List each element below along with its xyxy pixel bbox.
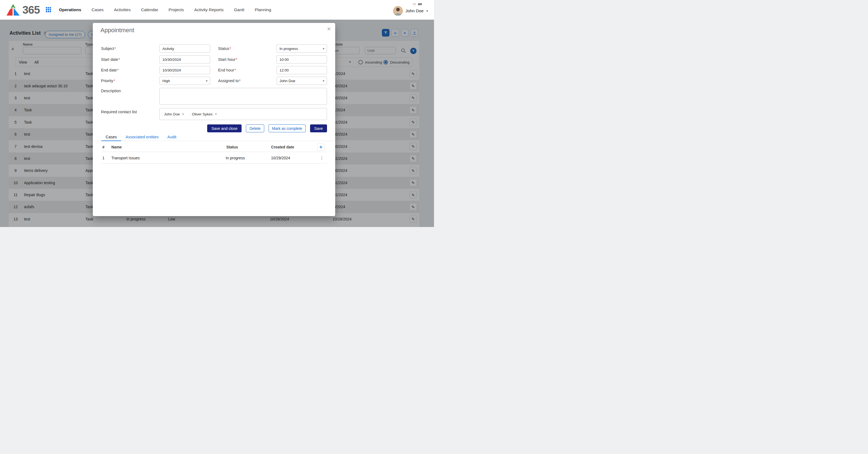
contact-name: Oliver Sykes xyxy=(192,112,213,116)
priority-value: High xyxy=(162,79,170,83)
modal-tab[interactable]: Cases xyxy=(101,133,121,141)
modal-tabs: CasesAssociated entitiesAudit xyxy=(101,133,181,141)
required-asterisk: * xyxy=(235,68,236,72)
priority-label-text: Priority xyxy=(101,78,113,83)
subject-label-text: Subject xyxy=(101,46,114,51)
cases-col-status: Status xyxy=(226,145,238,149)
cases-col-name: Name xyxy=(112,145,122,149)
close-icon[interactable]: × xyxy=(327,25,331,33)
start-hour-value: 10:00 xyxy=(280,58,289,62)
case-name: Transport Issues xyxy=(112,156,140,160)
subject-value: Activity xyxy=(162,47,174,51)
modal-tab[interactable]: Audit xyxy=(163,133,181,141)
description-textarea[interactable] xyxy=(159,88,327,105)
case-number: 1 xyxy=(102,156,104,160)
case-status: In progress xyxy=(226,156,245,160)
contacts-input[interactable]: John Doe × Oliver Sykes × xyxy=(159,108,327,120)
nav-item[interactable]: Gantt xyxy=(234,7,244,12)
plus-icon: + xyxy=(319,144,322,150)
start-hour-label: Start hour* xyxy=(218,57,237,62)
lang-ro[interactable]: ro xyxy=(413,2,416,6)
status-select[interactable]: In progress▾ xyxy=(277,44,327,53)
start-date-label: Start date* xyxy=(101,57,120,62)
start-date-input[interactable]: 10/30/2024 xyxy=(159,55,210,64)
cases-col-created: Created date xyxy=(271,145,294,149)
remove-contact-icon[interactable]: × xyxy=(182,112,184,116)
cases-table-header: # Name Status Created date xyxy=(101,143,327,152)
status-value: In progress xyxy=(280,47,298,51)
required-asterisk: * xyxy=(239,78,241,83)
start-date-label-text: Start date xyxy=(101,57,118,62)
case-row[interactable]: 1 Transport Issues In progress 10/29/202… xyxy=(101,152,327,164)
status-label: Status* xyxy=(218,46,231,51)
modal-title: Appointment xyxy=(100,27,134,34)
description-label: Description xyxy=(101,89,121,93)
assigned-to-label: Assigned to* xyxy=(218,78,241,83)
top-bar: 365 OperationsCasesActivitiesCalendarPro… xyxy=(0,0,434,20)
priority-label: Priority* xyxy=(101,78,115,83)
status-label-text: Status xyxy=(218,46,229,51)
case-created-date: 10/29/2024 xyxy=(271,156,290,160)
avatar xyxy=(393,6,403,16)
contact-name: John Doe xyxy=(164,112,180,116)
mark-as-complete-button[interactable]: Mark as complete xyxy=(269,124,306,132)
contact-chip[interactable]: Oliver Sykes × xyxy=(192,112,217,116)
required-asterisk: * xyxy=(117,68,119,72)
modal-actions: Save and close Delete Mark as complete S… xyxy=(207,124,327,132)
chevron-down-icon: ▾ xyxy=(322,47,324,51)
required-asterisk: * xyxy=(229,46,231,51)
delete-button[interactable]: Delete xyxy=(246,124,264,132)
nav-item[interactable]: Calendar xyxy=(141,7,158,12)
end-date-value: 10/30/2024 xyxy=(162,68,181,72)
lang-en[interactable]: en xyxy=(418,2,422,6)
required-asterisk: * xyxy=(114,46,116,51)
end-date-label: End date* xyxy=(101,68,119,72)
nav-item[interactable]: Planning xyxy=(255,7,271,12)
nav-item[interactable]: Operations xyxy=(59,7,81,12)
cases-col-hash: # xyxy=(102,145,104,149)
nav-item[interactable]: Projects xyxy=(169,7,184,12)
required-asterisk: * xyxy=(236,57,238,62)
contact-chip[interactable]: John Doe × xyxy=(164,112,184,116)
assigned-to-value: John Doe xyxy=(280,79,295,83)
start-hour-input[interactable]: 10:00 xyxy=(277,55,327,64)
row-menu-icon[interactable]: ⋮ xyxy=(320,156,324,160)
subject-label: Subject* xyxy=(101,46,116,51)
remove-contact-icon[interactable]: × xyxy=(215,112,217,116)
nav-item[interactable]: Activity Reports xyxy=(194,7,224,12)
chevron-down-icon: ▾ xyxy=(322,79,324,83)
appointment-modal: Appointment × Subject* Activity Status* … xyxy=(93,23,335,216)
contacts-label: Required contact list xyxy=(101,110,137,114)
end-date-label-text: End date xyxy=(101,68,117,72)
start-hour-label-text: Start hour xyxy=(218,57,236,62)
start-date-value: 10/30/2024 xyxy=(162,58,181,62)
save-and-close-button[interactable]: Save and close xyxy=(207,124,242,132)
add-case-button[interactable]: + xyxy=(317,143,324,151)
assigned-to-select[interactable]: John Doe▾ xyxy=(277,77,327,85)
priority-select[interactable]: High▾ xyxy=(159,77,210,85)
apps-grid-icon[interactable] xyxy=(46,7,51,12)
end-date-input[interactable]: 10/30/2024 xyxy=(159,66,210,74)
end-hour-label-text: End hour xyxy=(218,68,234,72)
end-hour-label: End hour* xyxy=(218,68,236,72)
end-hour-input[interactable]: 12:00 xyxy=(277,66,327,74)
required-asterisk: * xyxy=(119,57,120,62)
modal-tab[interactable]: Associated entities xyxy=(121,133,163,141)
required-asterisk: * xyxy=(114,78,115,83)
subject-input[interactable]: Activity xyxy=(159,44,210,53)
cases-rows: 1 Transport Issues In progress 10/29/202… xyxy=(101,152,327,164)
chevron-down-icon: ▾ xyxy=(426,9,428,13)
language-switcher: roen xyxy=(413,2,422,6)
main-nav: OperationsCasesActivitiesCalendarProject… xyxy=(59,7,271,12)
nav-item[interactable]: Activities xyxy=(114,7,131,12)
assigned-to-label-text: Assigned to xyxy=(218,78,239,83)
user-menu[interactable]: John Doe ▾ xyxy=(393,6,428,16)
logo-icon xyxy=(6,4,20,16)
chevron-down-icon: ▾ xyxy=(206,79,208,83)
brand-name: 365 xyxy=(22,4,40,16)
nav-item[interactable]: Cases xyxy=(92,7,104,12)
save-button[interactable]: Save xyxy=(310,124,327,132)
user-name: John Doe xyxy=(406,8,424,13)
brand: 365 xyxy=(6,4,51,16)
end-hour-value: 12:00 xyxy=(280,68,289,72)
